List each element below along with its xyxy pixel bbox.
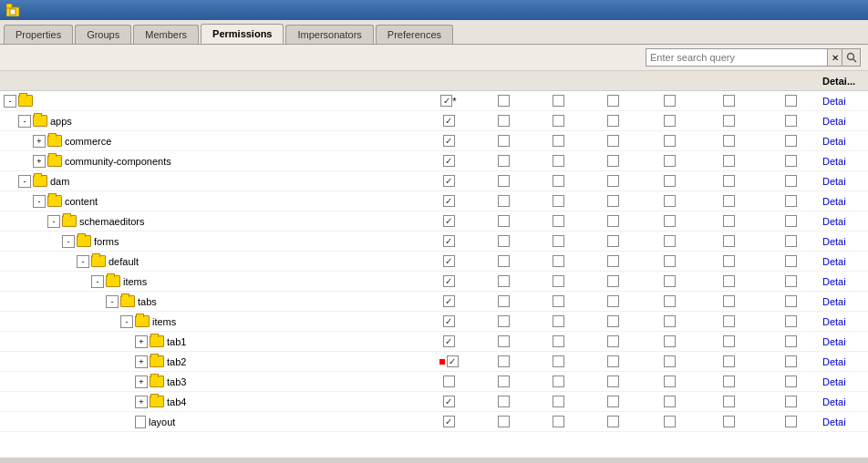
cell-read[interactable] [421,175,476,187]
cell-read[interactable]: * [421,95,476,107]
read-acl-checkbox[interactable] [664,416,676,427]
delete-checkbox[interactable] [607,416,619,427]
modify-checkbox[interactable] [498,396,510,407]
edit-acl-checkbox[interactable] [723,155,735,167]
cell-replicate[interactable] [759,255,822,267]
cell-read[interactable] [421,335,476,347]
expander-button[interactable]: + [135,376,148,388]
read-checkbox[interactable] [443,335,455,347]
cell-read-acl[interactable] [640,335,699,347]
read-checkbox[interactable] [443,275,455,287]
cell-delete[interactable] [585,376,640,387]
expander-button[interactable]: + [33,135,46,148]
cell-modify[interactable] [476,115,531,127]
cell-delete[interactable] [585,215,640,227]
edit-acl-checkbox[interactable] [723,115,735,127]
delete-checkbox[interactable] [607,175,619,187]
cell-edit-acl[interactable] [699,376,759,387]
create-checkbox[interactable] [553,315,564,327]
cell-delete[interactable] [585,396,640,407]
replicate-checkbox[interactable] [785,235,797,247]
cell-delete[interactable] [585,295,640,307]
create-checkbox[interactable] [553,355,564,367]
modify-checkbox[interactable] [498,95,510,107]
read-checkbox[interactable] [443,195,455,207]
cell-edit-acl[interactable] [699,416,759,427]
create-checkbox[interactable] [553,396,564,407]
cell-delete[interactable] [585,175,640,187]
modify-checkbox[interactable] [498,315,510,327]
modify-checkbox[interactable] [498,416,510,427]
modify-checkbox[interactable] [498,135,510,147]
replicate-checkbox[interactable] [785,215,797,227]
edit-acl-checkbox[interactable] [723,135,735,147]
details-link[interactable]: Detai [822,336,868,347]
cell-read[interactable] [421,155,476,167]
cell-create[interactable] [531,175,585,187]
cell-create[interactable] [531,155,585,167]
cell-delete[interactable] [585,95,640,107]
expander-button[interactable]: - [18,175,31,188]
delete-checkbox[interactable] [607,155,619,167]
cell-modify[interactable] [476,355,531,367]
details-link[interactable]: Detai [822,417,868,427]
cell-read[interactable] [421,355,476,367]
replicate-checkbox[interactable] [785,95,797,107]
edit-acl-checkbox[interactable] [723,215,735,227]
read-acl-checkbox[interactable] [664,295,676,307]
cell-create[interactable] [531,295,585,307]
search-input[interactable] [646,48,828,67]
cell-edit-acl[interactable] [699,95,759,107]
cell-modify[interactable] [476,135,531,147]
cell-read[interactable] [421,295,476,307]
create-checkbox[interactable] [553,155,564,167]
cell-delete[interactable] [585,135,640,147]
cell-edit-acl[interactable] [699,275,759,287]
read-checkbox[interactable] [443,175,455,187]
expander-button[interactable]: - [47,215,60,228]
replicate-checkbox[interactable] [785,115,797,127]
cell-modify[interactable] [476,235,531,247]
cell-replicate[interactable] [759,235,822,247]
delete-checkbox[interactable] [607,195,619,207]
cell-modify[interactable] [476,215,531,227]
delete-checkbox[interactable] [607,396,619,407]
create-checkbox[interactable] [553,376,564,387]
cell-read-acl[interactable] [640,295,699,307]
cell-modify[interactable] [476,255,531,267]
cell-read-acl[interactable] [640,255,699,267]
tab-permissions[interactable]: Permissions [201,24,284,44]
delete-checkbox[interactable] [607,355,619,367]
tab-impersonators[interactable]: Impersonators [285,25,373,44]
cell-replicate[interactable] [759,355,822,367]
cell-delete[interactable] [585,275,640,287]
cell-read-acl[interactable] [640,235,699,247]
read-acl-checkbox[interactable] [664,235,676,247]
cell-read-acl[interactable] [640,275,699,287]
cell-replicate[interactable] [759,376,822,387]
cell-replicate[interactable] [759,195,822,207]
delete-checkbox[interactable] [607,115,619,127]
modify-checkbox[interactable] [498,215,510,227]
cell-read-acl[interactable] [640,376,699,387]
create-checkbox[interactable] [553,235,564,247]
read-checkbox[interactable] [443,135,455,147]
replicate-checkbox[interactable] [785,315,797,327]
modify-checkbox[interactable] [498,195,510,207]
delete-checkbox[interactable] [607,376,619,387]
replicate-checkbox[interactable] [785,355,797,367]
read-acl-checkbox[interactable] [664,255,676,267]
details-link[interactable]: Detai [822,196,868,207]
cell-read[interactable] [421,396,476,407]
cell-create[interactable] [531,355,585,367]
cell-create[interactable] [531,376,585,387]
modify-checkbox[interactable] [498,355,510,367]
cell-edit-acl[interactable] [699,255,759,267]
create-checkbox[interactable] [553,195,564,207]
modify-checkbox[interactable] [498,275,510,287]
read-acl-checkbox[interactable] [664,155,676,167]
delete-checkbox[interactable] [607,95,619,107]
modify-checkbox[interactable] [498,255,510,267]
create-checkbox[interactable] [553,275,564,287]
edit-acl-checkbox[interactable] [723,195,735,207]
